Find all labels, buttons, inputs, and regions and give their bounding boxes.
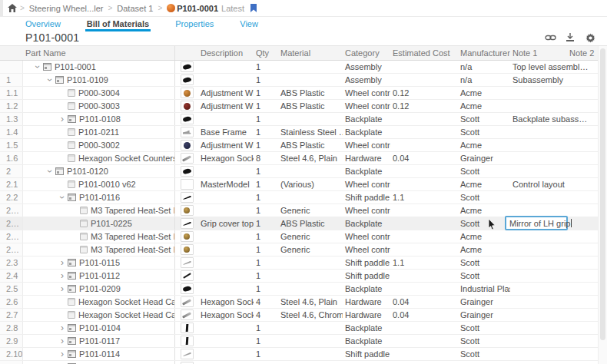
description-cell[interactable]: Base Frame	[198, 126, 254, 138]
qty-cell[interactable]: 1	[254, 126, 278, 138]
qty-cell[interactable]: 1	[254, 335, 278, 347]
manufacturer-cell[interactable]: Acme	[458, 87, 510, 99]
column-header-note-1[interactable]: Note 1	[510, 46, 567, 60]
description-cell[interactable]	[198, 204, 254, 217]
column-header-estimated-cost[interactable]: Estimated Cost	[390, 46, 458, 60]
note2-cell[interactable]	[567, 296, 598, 308]
note1-cell[interactable]	[510, 348, 567, 360]
description-cell[interactable]	[198, 270, 254, 282]
note2-cell[interactable]	[567, 243, 598, 256]
part-name-cell[interactable]: ›P101-0209	[23, 283, 175, 295]
material-cell[interactable]	[278, 165, 343, 177]
column-header-description[interactable]: Description	[198, 46, 254, 60]
description-cell[interactable]	[198, 165, 254, 177]
manufacturer-cell[interactable]: Grainger	[458, 152, 510, 164]
expander-icon[interactable]: ›	[58, 349, 67, 359]
note1-cell[interactable]: Subassembly	[510, 74, 567, 86]
part-name-cell[interactable]: ›P101-0120	[23, 165, 175, 177]
qty-cell[interactable]: 1	[254, 178, 278, 190]
expander-icon[interactable]: ›	[58, 193, 67, 202]
part-name-cell[interactable]: M3 Tapered Heat-Set Inserts fo	[23, 230, 175, 243]
qty-cell[interactable]: 1	[254, 243, 278, 256]
category-cell[interactable]: Shift paddle	[343, 270, 390, 282]
manufacturer-cell[interactable]: Acme	[458, 230, 510, 243]
expander-icon[interactable]: ›	[45, 75, 55, 84]
material-cell[interactable]	[278, 361, 343, 364]
material-cell[interactable]: Steel 4.6, Plain	[278, 152, 343, 164]
manufacturer-cell[interactable]: Scott	[458, 270, 510, 282]
part-name-cell[interactable]: P101-0225	[23, 217, 175, 230]
estimated-cost-cell[interactable]	[390, 361, 458, 364]
manufacturer-cell[interactable]: Acme	[458, 243, 510, 256]
table-row[interactable]: 1.5P000-3002Adjustment Wheel1ABS Plastic…	[0, 139, 598, 152]
estimated-cost-cell[interactable]	[390, 283, 458, 295]
table-row[interactable]: 1›P101-01091Assemblyn/aSubassembly	[0, 74, 598, 87]
description-cell[interactable]	[198, 230, 254, 243]
column-header-category[interactable]: Category	[343, 46, 390, 60]
tab-view[interactable]: View	[240, 17, 258, 31]
estimated-cost-cell[interactable]	[390, 204, 458, 217]
qty-cell[interactable]: 1	[254, 230, 278, 243]
manufacturer-cell[interactable]: Acme	[458, 204, 510, 217]
table-row[interactable]: 2.8›P101-01041BackplateScott	[0, 322, 598, 335]
part-name-cell[interactable]: P000-3003	[23, 100, 175, 112]
note2-cell[interactable]	[567, 348, 598, 360]
category-cell[interactable]: Backplate	[343, 322, 390, 334]
note2-cell[interactable]	[567, 126, 598, 138]
description-cell[interactable]	[198, 335, 254, 347]
manufacturer-cell[interactable]: Acme	[458, 100, 510, 112]
manufacturer-cell[interactable]: Scott	[458, 256, 510, 269]
category-cell[interactable]: Backplate	[343, 165, 390, 177]
estimated-cost-cell[interactable]	[390, 217, 458, 230]
qty-cell[interactable]: 1	[254, 322, 278, 334]
note1-cell[interactable]	[510, 152, 567, 164]
manufacturer-cell[interactable]: Scott	[458, 322, 510, 334]
note1-cell[interactable]	[510, 126, 567, 138]
material-cell[interactable]: (Various)	[278, 178, 343, 190]
estimated-cost-cell[interactable]	[390, 243, 458, 256]
category-cell[interactable]: Backplate	[343, 335, 390, 347]
material-cell[interactable]	[278, 348, 343, 360]
description-cell[interactable]	[198, 113, 254, 125]
note1-cell[interactable]	[510, 296, 567, 308]
manufacturer-cell[interactable]: Scott	[458, 191, 510, 204]
table-row[interactable]: 2…M3 Tapered Heat-Set Inserts fo1Generic…	[0, 230, 598, 243]
qty-cell[interactable]: 1	[254, 270, 278, 282]
manufacturer-cell[interactable]: Grainger	[458, 309, 510, 321]
expander-icon[interactable]: ›	[58, 114, 67, 124]
estimated-cost-cell[interactable]: 1.1	[390, 256, 458, 269]
qty-cell[interactable]: 1	[254, 348, 278, 360]
category-cell[interactable]	[343, 361, 390, 364]
qty-cell[interactable]: 1	[254, 165, 278, 177]
part-name-cell[interactable]: P101-0211	[23, 126, 175, 138]
qty-cell[interactable]: 1	[254, 283, 278, 295]
description-cell[interactable]: MasterModel	[198, 178, 254, 190]
part-name-cell[interactable]: ›	[23, 361, 175, 364]
note1-cell[interactable]	[510, 283, 567, 295]
note1-cell[interactable]	[510, 335, 567, 347]
note2-cell[interactable]	[567, 191, 598, 204]
manufacturer-cell[interactable]: Scott	[458, 165, 510, 177]
category-cell[interactable]: Shift paddle	[343, 256, 390, 269]
note2-cell[interactable]	[567, 270, 598, 282]
description-cell[interactable]	[198, 74, 254, 86]
note1-cell[interactable]: Backplate subass…	[510, 113, 567, 125]
category-cell[interactable]: Backplate	[343, 217, 390, 230]
description-cell[interactable]: Hexagon Socket …	[198, 152, 254, 164]
table-row[interactable]: ›	[0, 361, 598, 364]
table-row[interactable]: 2.4›P101-01121Shift paddleScott	[0, 270, 598, 283]
expander-icon[interactable]: ›	[58, 336, 67, 346]
qty-cell[interactable]: 1	[254, 87, 278, 99]
material-cell[interactable]	[278, 256, 343, 269]
manufacturer-cell[interactable]: Scott	[458, 126, 510, 138]
category-cell[interactable]: Backplate	[343, 113, 390, 125]
note1-cell[interactable]: Mirror of LH grip	[510, 217, 567, 230]
manufacturer-cell[interactable]: Grainger	[458, 296, 510, 308]
estimated-cost-cell[interactable]	[390, 230, 458, 243]
bookmark-icon[interactable]	[250, 4, 257, 12]
part-name-cell[interactable]: ›P101-0112	[23, 270, 175, 282]
table-row[interactable]: 1.1P000-3004Adjustment Wheel1ABS Plastic…	[0, 87, 598, 100]
description-cell[interactable]	[198, 322, 254, 334]
table-row[interactable]: 1.6Hexagon Socket Countersunk HeadHexago…	[0, 152, 598, 165]
part-name-cell[interactable]: ›P101-0116	[23, 191, 175, 204]
